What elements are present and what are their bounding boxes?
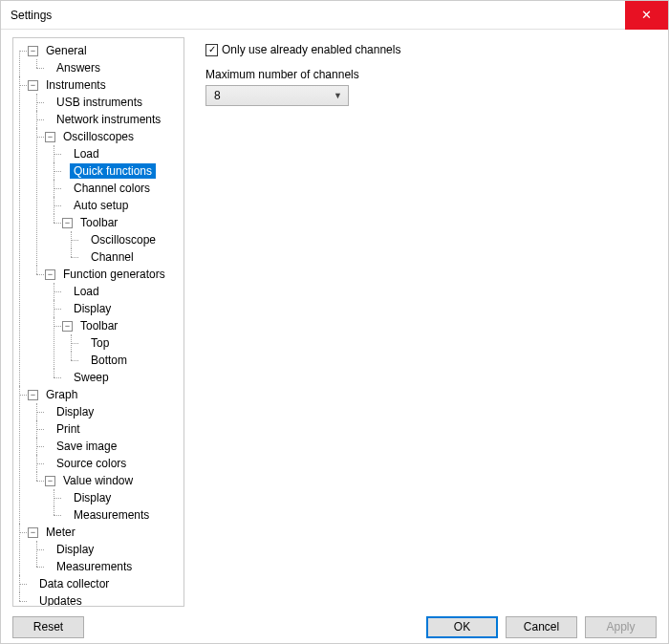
- tree-item-answers[interactable]: Answers: [53, 60, 104, 75]
- tree-leaf-icon: [79, 235, 83, 246]
- check-icon: ✓: [208, 45, 216, 54]
- tree-leaf-icon: [79, 355, 83, 366]
- max-channels-label: Maximum number of channels: [205, 68, 653, 81]
- max-channels-value: 8: [214, 89, 221, 102]
- close-button[interactable]: ✕: [625, 1, 668, 30]
- expand-toggle-icon[interactable]: −: [62, 218, 73, 228]
- tree-leaf-icon: [45, 63, 49, 74]
- tree-item-graph[interactable]: Graph: [42, 387, 81, 402]
- tree-leaf-icon: [62, 287, 66, 297]
- expand-toggle-icon[interactable]: −: [28, 527, 38, 538]
- tree-item-osc-tb-channel[interactable]: Channel: [87, 249, 138, 265]
- only-enabled-label: Only use already enabled channels: [222, 43, 400, 56]
- settings-detail-panel: ✓ Only use already enabled channels Maxi…: [190, 30, 668, 611]
- tree-item-mt-measurements[interactable]: Measurements: [53, 559, 136, 574]
- max-channels-select[interactable]: 8 ▼: [205, 85, 349, 106]
- tree-item-fg-tb-bottom[interactable]: Bottom: [87, 353, 131, 368]
- tree-item-fg-load[interactable]: Load: [70, 284, 103, 299]
- tree-item-osc-auto-setup[interactable]: Auto setup: [70, 198, 132, 213]
- tree-item-gr-print[interactable]: Print: [53, 421, 84, 437]
- content-area: − General Answers − Instruments USB inst…: [1, 30, 668, 611]
- tree-leaf-icon: [45, 424, 49, 435]
- tree-leaf-icon: [45, 407, 49, 418]
- tree-leaf-icon: [62, 510, 66, 521]
- apply-button[interactable]: Apply: [585, 616, 657, 638]
- only-enabled-row: ✓ Only use already enabled channels: [205, 43, 653, 56]
- tree-item-gr-source-colors[interactable]: Source colors: [53, 456, 130, 471]
- expand-toggle-icon[interactable]: −: [62, 321, 73, 332]
- tree-item-instruments[interactable]: Instruments: [42, 77, 110, 93]
- tree-leaf-icon: [62, 201, 66, 211]
- expand-toggle-icon[interactable]: −: [45, 269, 55, 280]
- window-title: Settings: [11, 9, 52, 22]
- only-enabled-checkbox[interactable]: ✓: [205, 44, 218, 56]
- tree-leaf-icon: [28, 579, 32, 590]
- expand-toggle-icon[interactable]: −: [28, 80, 38, 91]
- settings-tree-panel: − General Answers − Instruments USB inst…: [12, 37, 184, 607]
- tree-leaf-icon: [79, 252, 83, 263]
- tree-item-osc-tb-oscilloscope[interactable]: Oscilloscope: [87, 232, 160, 247]
- tree-item-fg-display[interactable]: Display: [70, 301, 115, 316]
- ok-button[interactable]: OK: [426, 616, 498, 638]
- tree-item-usb-instruments[interactable]: USB instruments: [53, 95, 146, 110]
- tree-leaf-icon: [62, 304, 66, 314]
- tree-item-fg-tb-top[interactable]: Top: [87, 335, 113, 351]
- tree-item-general[interactable]: General: [42, 43, 91, 58]
- tree-item-data-collector[interactable]: Data collector: [35, 576, 113, 591]
- settings-tree: − General Answers − Instruments USB inst…: [15, 42, 182, 607]
- tree-leaf-icon: [45, 459, 49, 469]
- tree-leaf-icon: [45, 97, 49, 108]
- tree-leaf-icon: [45, 562, 49, 572]
- tree-item-function-generators[interactable]: Function generators: [59, 267, 169, 282]
- tree-item-meter[interactable]: Meter: [42, 525, 79, 540]
- tree-item-updates[interactable]: Updates: [35, 593, 86, 607]
- tree-leaf-icon: [79, 338, 83, 349]
- tree-item-osc-quick-functions[interactable]: Quick functions: [70, 163, 156, 179]
- chevron-down-icon: ▼: [334, 91, 342, 100]
- tree-item-osc-load[interactable]: Load: [70, 146, 103, 161]
- expand-toggle-icon[interactable]: −: [45, 476, 55, 486]
- tree-leaf-icon: [62, 373, 66, 383]
- tree-leaf-icon: [62, 166, 66, 177]
- tree-item-osc-toolbar[interactable]: Toolbar: [76, 215, 121, 230]
- tree-leaf-icon: [45, 441, 49, 452]
- tree-item-gr-vw-display[interactable]: Display: [70, 490, 115, 505]
- reset-button[interactable]: Reset: [12, 616, 84, 638]
- expand-toggle-icon[interactable]: −: [45, 132, 55, 142]
- tree-item-network-instruments[interactable]: Network instruments: [53, 112, 164, 127]
- tree-item-fg-toolbar[interactable]: Toolbar: [76, 318, 121, 333]
- tree-leaf-icon: [45, 545, 49, 555]
- tree-item-gr-display[interactable]: Display: [53, 404, 97, 419]
- tree-item-gr-vw-measurements[interactable]: Measurements: [70, 507, 153, 523]
- tree-item-gr-save-image[interactable]: Save image: [53, 439, 120, 454]
- tree-leaf-icon: [62, 149, 66, 160]
- tree-item-osc-channel-colors[interactable]: Channel colors: [70, 181, 154, 196]
- titlebar: Settings ✕: [1, 1, 668, 30]
- tree-leaf-icon: [28, 596, 32, 607]
- tree-leaf-icon: [45, 115, 49, 125]
- cancel-button[interactable]: Cancel: [506, 616, 577, 638]
- tree-item-mt-display[interactable]: Display: [53, 542, 97, 557]
- tree-item-gr-value-window[interactable]: Value window: [59, 473, 137, 488]
- close-icon: ✕: [641, 8, 652, 22]
- dialog-footer: Reset OK Cancel Apply: [1, 611, 668, 643]
- expand-toggle-icon[interactable]: −: [28, 390, 38, 400]
- tree-leaf-icon: [62, 183, 66, 194]
- tree-leaf-icon: [62, 493, 66, 504]
- expand-toggle-icon[interactable]: −: [28, 46, 38, 56]
- tree-item-oscilloscopes[interactable]: Oscilloscopes: [59, 129, 138, 144]
- tree-item-fg-sweep[interactable]: Sweep: [70, 370, 113, 385]
